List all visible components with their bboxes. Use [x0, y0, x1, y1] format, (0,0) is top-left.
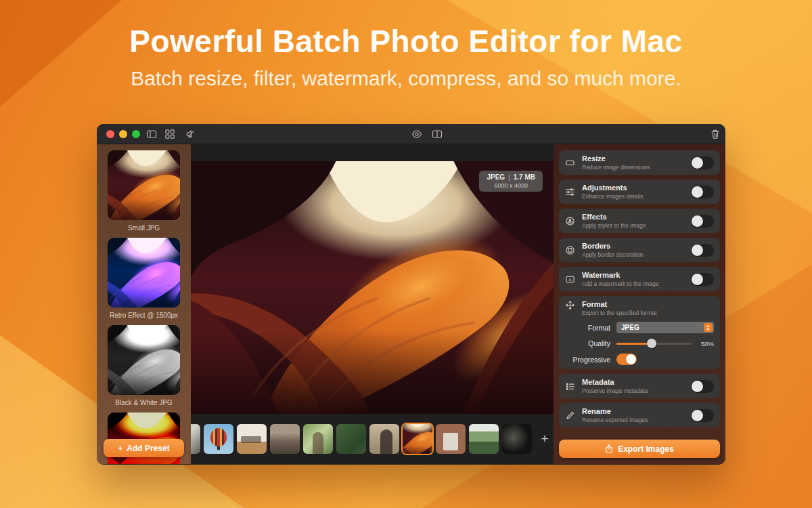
- hero-subtitle: Batch resize, filter, watermark, compres…: [0, 67, 812, 90]
- filmstrip-thumb-mountains[interactable]: [469, 424, 499, 454]
- image-info-badge: JPEG|1.7 MB 6000 x 4000: [479, 171, 543, 192]
- split-view-icon[interactable]: [432, 129, 443, 140]
- tools-panel: Resize Reduce image dimensions Adjustmen…: [554, 144, 725, 464]
- add-image-button[interactable]: +: [535, 431, 554, 446]
- close-button[interactable]: [106, 130, 114, 138]
- filmstrip-thumb-beach-portrait[interactable]: [369, 424, 399, 454]
- section-adjustments: Adjustments Enhance images details: [559, 179, 720, 204]
- resize-toggle[interactable]: [691, 156, 714, 169]
- section-borders: Borders Apply border decoration: [559, 238, 720, 262]
- resize-icon: [565, 158, 576, 168]
- section-title: Metadata: [582, 378, 685, 386]
- canyon-photo-art: [191, 161, 554, 414]
- titlebar: [97, 124, 725, 144]
- minimize-button[interactable]: [119, 130, 127, 138]
- section-subtitle: Apply border decoration: [582, 251, 685, 258]
- hero-title: Powerful Batch Photo Editor for Mac: [0, 23, 812, 60]
- toggle-knob: [692, 215, 703, 227]
- section-effects: Effects Apply styles to the image: [559, 209, 720, 233]
- section-title: Format: [582, 300, 714, 308]
- main-photo: JPEG|1.7 MB 6000 x 4000: [191, 161, 554, 414]
- toggle-knob: [626, 354, 636, 364]
- toggle-knob: [692, 245, 703, 256]
- quality-slider[interactable]: [616, 339, 692, 348]
- watermark-toggle[interactable]: [691, 273, 714, 286]
- effects-toggle[interactable]: [691, 215, 714, 228]
- preset-label: Small JPG: [108, 224, 180, 232]
- filmstrip-thumb-foliage[interactable]: [336, 424, 366, 454]
- filmstrip-thumb-dark[interactable]: [502, 424, 532, 454]
- progressive-toggle[interactable]: [616, 354, 637, 365]
- filmstrip-thumb-building[interactable]: [436, 424, 466, 454]
- quality-label: Quality: [565, 339, 616, 347]
- trash-icon[interactable]: [710, 129, 721, 140]
- mute-icon[interactable]: [185, 129, 196, 140]
- section-title: Watermark: [582, 271, 685, 279]
- export-images-button[interactable]: Export Images: [559, 440, 720, 458]
- add-preset-label: Add Preset: [127, 444, 169, 453]
- slider-knob[interactable]: [647, 339, 656, 348]
- sidebar-toggle-icon[interactable]: [146, 129, 157, 140]
- format-icon: [565, 300, 576, 310]
- section-watermark: A Watermark Add a watermark to the image: [559, 267, 720, 291]
- preview-eye-icon[interactable]: [411, 129, 422, 140]
- export-label: Export Images: [618, 444, 674, 454]
- metadata-toggle[interactable]: [691, 380, 714, 393]
- preset-item[interactable]: Small JPG: [108, 150, 180, 232]
- rename-toggle[interactable]: [691, 409, 714, 422]
- toggle-knob: [692, 274, 703, 285]
- badge-filesize: 1.7 MB: [514, 173, 535, 181]
- effects-icon: [565, 216, 576, 226]
- dropdown-stepper-icon: [704, 323, 713, 332]
- filmstrip-thumb-interior[interactable]: [237, 424, 267, 454]
- section-resize: Resize Reduce image dimensions: [559, 150, 720, 175]
- adjustments-toggle[interactable]: [691, 186, 714, 198]
- toggle-knob: [692, 381, 703, 392]
- editor-canvas: JPEG|1.7 MB 6000 x 4000 +: [191, 144, 554, 464]
- format-dropdown[interactable]: JPEG: [616, 322, 714, 333]
- watermark-icon: A: [565, 274, 576, 284]
- preset-label: Retro Effect @ 1500px: [108, 312, 180, 319]
- format-value: JPEG: [621, 324, 639, 331]
- toggle-knob: [692, 186, 703, 198]
- section-subtitle: Preserve image metadata: [582, 387, 685, 394]
- section-subtitle: Add a watermark to the image: [582, 280, 685, 287]
- section-subtitle: Apply styles to the image: [582, 222, 685, 229]
- section-subtitle: Export to the specified format: [582, 310, 714, 316]
- preset-thumbnail-small-jpg[interactable]: [108, 150, 180, 220]
- plus-icon: +: [118, 444, 122, 453]
- add-preset-button[interactable]: + Add Preset: [104, 439, 184, 457]
- section-rename: Rename Rename exported images: [559, 403, 720, 427]
- grid-view-icon[interactable]: [164, 129, 175, 140]
- section-subtitle: Rename exported images: [582, 417, 685, 423]
- section-format: Format Export to the specified format Fo…: [559, 296, 720, 369]
- format-label: Format: [565, 324, 616, 332]
- badge-format: JPEG: [487, 173, 505, 181]
- rename-icon: [565, 410, 576, 421]
- preset-item[interactable]: Retro Effect @ 1500px: [108, 238, 180, 319]
- toggle-knob: [692, 410, 703, 421]
- filmstrip-thumb-balloon[interactable]: [204, 424, 233, 454]
- section-title: Adjustments: [582, 184, 685, 192]
- presets-sidebar: Small JPG Retro Effect @ 1500px Black & …: [97, 144, 191, 464]
- zoom-button[interactable]: [132, 130, 140, 138]
- quality-value: 50%: [692, 340, 714, 347]
- progressive-label: Progressive: [565, 356, 616, 364]
- filmstrip-thumb-canyon-selected[interactable]: [403, 424, 432, 454]
- borders-toggle[interactable]: [691, 244, 714, 257]
- preset-thumbnail-retro[interactable]: [108, 238, 180, 308]
- export-icon: [605, 444, 613, 453]
- filmstrip-thumb-partial[interactable]: [191, 424, 200, 454]
- preset-item[interactable]: Black & White JPG: [108, 325, 180, 406]
- borders-icon: [565, 245, 576, 255]
- filmstrip-thumb-woman-garden[interactable]: [303, 424, 333, 454]
- section-subtitle: Enhance images details: [582, 193, 685, 200]
- filmstrip-thumb-landscape[interactable]: [270, 424, 300, 454]
- preset-thumbnail-black-white[interactable]: [108, 325, 180, 395]
- metadata-icon: [565, 381, 576, 391]
- badge-dimensions: 6000 x 4000: [487, 182, 535, 189]
- section-subtitle: Reduce image dimensions: [582, 164, 685, 171]
- adjustments-icon: [565, 187, 576, 197]
- preset-label: Black & White JPG: [108, 399, 180, 406]
- filmstrip: +: [191, 414, 554, 464]
